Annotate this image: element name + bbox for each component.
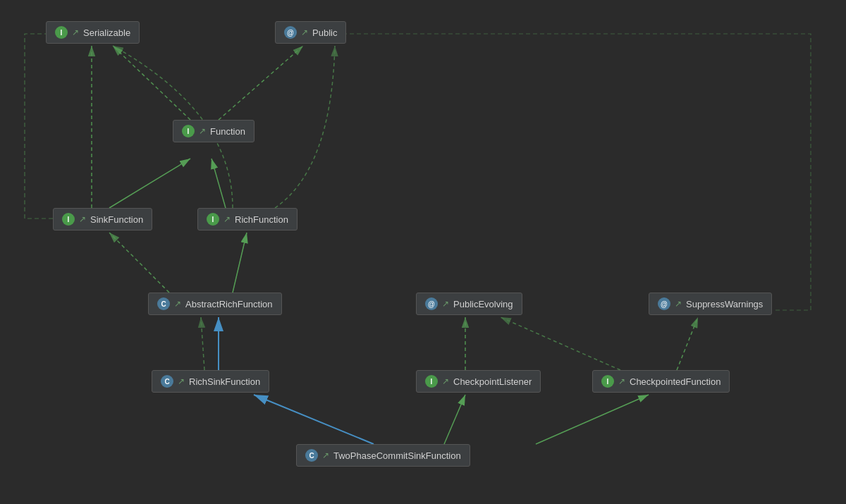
svg-line-7 bbox=[212, 159, 226, 208]
badge-richfunction: I bbox=[207, 213, 219, 226]
node-public[interactable]: @ ↗ Public bbox=[275, 21, 346, 44]
badge-checkpointlistener: I bbox=[425, 375, 438, 388]
label-publicevolving: PublicEvolving bbox=[453, 299, 513, 309]
svg-line-12 bbox=[254, 395, 374, 444]
badge-sinkfunction: I bbox=[62, 213, 75, 226]
link-icon-richsinkfunction: ↗ bbox=[178, 376, 185, 386]
badge-publicevolving: @ bbox=[425, 297, 438, 310]
svg-line-8 bbox=[233, 233, 247, 293]
node-checkpointlistener[interactable]: I ↗ CheckpointListener bbox=[416, 370, 541, 393]
label-serializable: Serializable bbox=[83, 27, 130, 38]
diagram-container: I ↗ Serializable @ ↗ Public I ↗ Function… bbox=[0, 0, 846, 504]
link-icon-suppresswarnings: ↗ bbox=[675, 299, 682, 309]
link-icon-public: ↗ bbox=[301, 27, 308, 37]
svg-line-4 bbox=[113, 46, 190, 120]
svg-line-13 bbox=[444, 395, 465, 444]
badge-public: @ bbox=[284, 26, 297, 39]
link-icon-checkpointedfunction: ↗ bbox=[618, 376, 625, 386]
label-function: Function bbox=[210, 126, 245, 137]
connections-svg bbox=[0, 0, 846, 504]
node-publicevolving[interactable]: @ ↗ PublicEvolving bbox=[416, 293, 522, 315]
node-abstractrichfunction[interactable]: C ↗ AbstractRichFunction bbox=[148, 293, 282, 315]
link-icon-twophase: ↗ bbox=[322, 450, 329, 460]
badge-richsinkfunction: C bbox=[161, 375, 173, 388]
link-icon-serializable: ↗ bbox=[72, 27, 79, 37]
label-checkpointedfunction: CheckpointedFunction bbox=[630, 376, 721, 387]
link-icon-sinkfunction: ↗ bbox=[79, 214, 86, 224]
label-checkpointlistener: CheckpointListener bbox=[453, 376, 532, 387]
node-richsinkfunction[interactable]: C ↗ RichSinkFunction bbox=[152, 370, 269, 393]
node-sinkfunction[interactable]: I ↗ SinkFunction bbox=[53, 208, 152, 231]
label-suppresswarnings: SuppressWarnings bbox=[686, 299, 763, 309]
link-icon-publicevolving: ↗ bbox=[442, 299, 449, 309]
label-twophase: TwoPhaseCommitSinkFunction bbox=[333, 450, 461, 461]
link-icon-checkpointlistener: ↗ bbox=[442, 376, 449, 386]
link-icon-function: ↗ bbox=[199, 126, 206, 136]
label-sinkfunction: SinkFunction bbox=[90, 214, 143, 225]
badge-serializable: I bbox=[55, 26, 68, 39]
node-suppresswarnings[interactable]: @ ↗ SuppressWarnings bbox=[649, 293, 772, 315]
link-icon-richfunction: ↗ bbox=[223, 214, 231, 224]
node-richfunction[interactable]: I ↗ RichFunction bbox=[197, 208, 298, 231]
link-icon-abstractrichfunction: ↗ bbox=[174, 299, 181, 309]
svg-line-9 bbox=[109, 233, 169, 293]
node-checkpointedfunction[interactable]: I ↗ CheckpointedFunction bbox=[592, 370, 730, 393]
label-richfunction: RichFunction bbox=[235, 214, 288, 225]
badge-checkpointedfunction: I bbox=[601, 375, 614, 388]
svg-line-16 bbox=[677, 317, 698, 370]
node-serializable[interactable]: I ↗ Serializable bbox=[46, 21, 140, 44]
svg-line-5 bbox=[219, 46, 303, 120]
badge-function: I bbox=[182, 125, 195, 137]
node-function[interactable]: I ↗ Function bbox=[173, 120, 255, 142]
label-public: Public bbox=[312, 27, 337, 38]
node-twophasecommitsinkfunction[interactable]: C ↗ TwoPhaseCommitSinkFunction bbox=[296, 444, 470, 467]
svg-line-11 bbox=[201, 317, 204, 370]
badge-suppresswarnings: @ bbox=[658, 297, 670, 310]
label-richsinkfunction: RichSinkFunction bbox=[189, 376, 260, 387]
svg-line-14 bbox=[536, 395, 649, 444]
svg-line-6 bbox=[109, 159, 190, 208]
badge-twophase: C bbox=[305, 449, 318, 462]
label-abstractrichfunction: AbstractRichFunction bbox=[185, 299, 273, 309]
badge-abstractrichfunction: C bbox=[157, 297, 170, 310]
